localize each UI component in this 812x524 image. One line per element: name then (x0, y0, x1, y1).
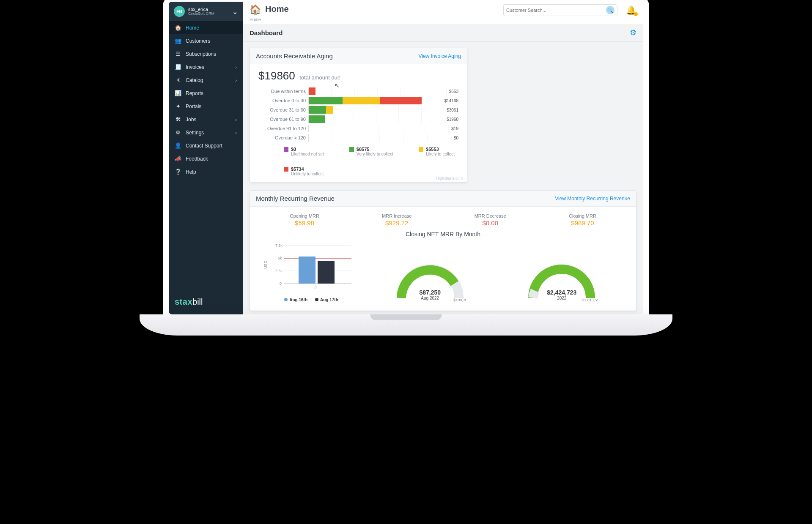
sidebar-item-settings[interactable]: ⚙ Settings › (169, 126, 243, 139)
bar-row: Overdue 31 to 60 $3061 (258, 105, 458, 115)
feedback-icon: 📣 (175, 156, 181, 162)
bar-row: Overdue > 120 $0 (258, 133, 458, 142)
bar-label: Overdue > 120 (258, 135, 308, 140)
breadcrumb: Home (243, 17, 643, 24)
notifications-icon[interactable]: 🔔 (626, 5, 636, 15)
legend-label: Aug 16th (289, 297, 307, 302)
sidebar-item-invoices[interactable]: 🧾 Invoices › (169, 60, 243, 74)
bar-label: Overdue 61 to 90 (258, 117, 308, 122)
top-bar: 🏠 Home 🔍 🔔 (243, 2, 643, 17)
bar-row: Overdue 0 to 30 $14168 (258, 96, 458, 105)
total-due-label: total amount due (299, 74, 340, 81)
sidebar-item-home[interactable]: 🏠 Home (169, 21, 243, 34)
mrr-value: $0.00 (475, 219, 506, 227)
chevron-right-icon: › (235, 117, 237, 122)
customer-search[interactable]: 🔍 (503, 4, 617, 16)
legend-item: $5553 Likely to collect (419, 147, 455, 156)
sidebar-item-jobs[interactable]: 🛠 Jobs › (169, 113, 243, 126)
ar-bars: Due within terms $653 Overdue (258, 87, 458, 142)
bar-value: $19 (451, 126, 458, 131)
card-title: Monthly Recurring Revenue (256, 195, 335, 202)
sidebar-item-customers[interactable]: 👥 Customers (169, 34, 243, 47)
bar-value: $0 (454, 136, 458, 140)
jobs-icon: 🛠 (175, 116, 181, 123)
legend-swatch (284, 167, 288, 172)
mrr-value: $989.70 (569, 219, 596, 227)
sidebar-item-label: Help (186, 169, 237, 175)
bar-value: $3061 (447, 108, 458, 112)
page-title: Home (265, 4, 289, 14)
dashboard-title: Dashboard (250, 29, 283, 36)
sidebar-item-help[interactable]: ❔ Help (169, 165, 243, 178)
sidebar-item-reports[interactable]: 📊 Reports (169, 87, 243, 100)
chevron-right-icon: › (235, 130, 237, 135)
subscriptions-icon: ☰ (175, 51, 181, 57)
tick-label: 0 (314, 286, 316, 290)
sidebar-item-subscriptions[interactable]: ☰ Subscriptions (169, 47, 243, 60)
sidebar-item-portals[interactable]: ✦ Portals (169, 100, 243, 113)
tick-label: 7.5k (275, 243, 283, 248)
mrr-label: Opening MRR (290, 213, 319, 218)
sidebar-item-catalog[interactable]: ✳ Catalog › (169, 74, 243, 87)
mrr-label: MRR Decrease (475, 213, 506, 218)
gauge-max: $1,813,557 (582, 298, 598, 302)
search-icon[interactable]: 🔍 (606, 6, 614, 14)
customers-icon: 👥 (175, 38, 181, 44)
sidebar-item-label: Customers (186, 38, 237, 44)
sidebar-item-label: Contact Support (186, 143, 237, 149)
sidebar-item-label: Settings (186, 130, 231, 136)
home-icon: 🏠 (250, 4, 261, 15)
view-mrr-link[interactable]: View Monthly Recurring Revenue (555, 196, 630, 202)
dashboard-header: Dashboard ⚙ (243, 24, 643, 42)
legend-item: $0 Likelihood not set (284, 147, 324, 156)
chart-credit: Highcharts.com (436, 176, 463, 180)
user-org: CircleSoft CRM (188, 12, 229, 16)
help-icon: ❔ (175, 169, 181, 175)
sidebar-item-contact[interactable]: 👤 Contact Support (169, 139, 243, 152)
bar-value: $653 (449, 89, 458, 94)
svg-rect-5 (299, 257, 315, 284)
mrr-value: $59.98 (290, 219, 319, 227)
legend-item: $8575 Very likely to collect (349, 147, 393, 156)
content: Accounts Receivable Aging View Invoice A… (243, 42, 643, 314)
mrr-summary: Opening MRR$59.98 MRR Increase$929.72 MR… (258, 212, 628, 229)
user-menu[interactable]: FB sbx_erica CircleSoft CRM ⌄ (169, 2, 243, 21)
mrr-bar-chart: USD 7.5k 5k 2.5k 0 (263, 239, 360, 302)
main-area: 🏠 Home 🔍 🔔 Home Dashboard ⚙ (243, 2, 643, 314)
dashboard-settings-icon[interactable]: ⚙ (630, 28, 636, 37)
bar-label: Overdue 0 to 30 (258, 98, 308, 103)
sidebar-item-label: Catalog (186, 77, 231, 83)
bar-label: Overdue 31 to 60 (258, 107, 308, 112)
legend-label: Aug 17th (320, 297, 338, 302)
chevron-down-icon: ⌄ (232, 8, 238, 16)
y-axis-label: USD (263, 260, 268, 269)
tick-label: 0 (280, 281, 282, 286)
total-due: $19860 (258, 69, 295, 82)
bar-label: Due within terms (258, 89, 308, 94)
search-input[interactable] (506, 8, 606, 13)
legend-amount: $8575 (357, 147, 370, 152)
legend-swatch (419, 147, 423, 152)
sidebar-item-label: Subscriptions (186, 51, 237, 57)
mrr-value: $929.72 (382, 219, 411, 227)
legend-swatch (284, 147, 288, 152)
gauge-value: $87,250 (394, 289, 466, 296)
ar-legend: $0 Likelihood not set $8575 Very likely … (258, 142, 458, 178)
sidebar-item-label: Home (186, 25, 237, 31)
gear-icon: ⚙ (175, 129, 181, 136)
sidebar-item-label: Invoices (186, 64, 231, 70)
tick-label: 5k (278, 256, 282, 260)
bar-row: Due within terms $653 (258, 87, 458, 96)
bar-row: Overdue 61 to 90 $1960 (258, 115, 458, 124)
bar-row: Overdue 91 to 120 $19 (258, 124, 458, 133)
sidebar-item-feedback[interactable]: 📣 Feedback (169, 152, 243, 165)
tick-label: 2.5k (275, 269, 283, 273)
gauge-year: $2,424,723 2022 $1,813,557 (500, 262, 624, 302)
view-invoice-aging-link[interactable]: View Invoice Aging (418, 53, 461, 59)
gauge-value: $2,424,723 (526, 289, 598, 296)
legend-item: $5734 Unlikely to collect (284, 166, 458, 176)
bar-label: Overdue 91 to 120 (258, 126, 308, 131)
card-title: Accounts Receivable Aging (256, 52, 333, 60)
legend-text: Unlikely to collect (291, 172, 458, 176)
legend-text: Likelihood not set (291, 152, 324, 156)
